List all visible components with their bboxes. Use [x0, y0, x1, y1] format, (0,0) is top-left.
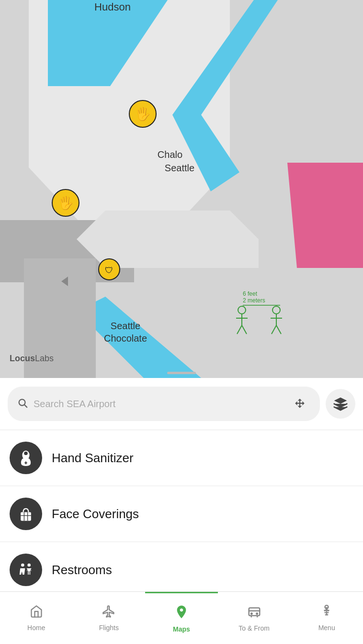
svg-rect-49 — [249, 608, 260, 615]
list-item[interactable]: Restrooms — [0, 542, 363, 598]
restrooms-icon — [10, 554, 42, 586]
svg-text:2 meters: 2 meters — [243, 297, 265, 304]
svg-point-51 — [256, 613, 258, 614]
nav-label-to-from: To & From — [238, 624, 270, 632]
svg-point-56 — [325, 605, 329, 609]
svg-text:Hudson: Hudson — [94, 1, 131, 13]
list-area: Hand Sanitizer Face Coverings — [0, 430, 363, 598]
layers-button[interactable] — [326, 389, 355, 419]
svg-rect-42 — [21, 512, 31, 521]
hand-sanitizer-icon — [10, 442, 42, 474]
nav-label-flights: Flights — [99, 624, 119, 632]
nav-item-flights[interactable]: Flights — [73, 592, 146, 644]
svg-text:6 feet: 6 feet — [243, 290, 258, 297]
restrooms-label: Restrooms — [52, 563, 112, 577]
svg-text:Chocolate: Chocolate — [104, 333, 147, 344]
search-bar-area: Search SEA Airport — [0, 378, 363, 430]
svg-text:🛡: 🛡 — [105, 266, 113, 275]
svg-marker-6 — [287, 163, 363, 268]
home-icon — [30, 605, 43, 622]
nav-label-maps: Maps — [173, 625, 190, 633]
flights-icon — [102, 605, 115, 622]
svg-point-39 — [24, 452, 28, 455]
nav-item-maps[interactable]: Maps — [145, 592, 218, 644]
svg-point-50 — [251, 613, 252, 614]
list-item[interactable]: Face Coverings — [0, 486, 363, 542]
map-area[interactable]: Hudson Chalo Seattle Seattle Chocolate 🖐… — [0, 0, 363, 378]
directions-button[interactable] — [289, 393, 310, 414]
maps-icon — [174, 604, 189, 623]
nav-label-home: Home — [27, 624, 45, 632]
hand-sanitizer-label: Hand Sanitizer — [52, 451, 134, 466]
svg-text:Chalo: Chalo — [158, 149, 182, 160]
svg-point-47 — [27, 564, 31, 567]
nav-item-home[interactable]: Home — [0, 592, 73, 644]
search-icon — [17, 398, 28, 411]
locus-labs-watermark: LocusLabs — [10, 354, 54, 364]
menu-icon — [320, 605, 333, 622]
face-coverings-label: Face Coverings — [52, 507, 139, 522]
svg-text:Seattle: Seattle — [111, 321, 140, 331]
nav-item-to-from[interactable]: To & From — [218, 592, 291, 644]
svg-text:🖐: 🖐 — [135, 106, 151, 122]
list-item[interactable]: Hand Sanitizer — [0, 430, 363, 486]
svg-text:Seattle: Seattle — [165, 163, 194, 173]
nav-item-menu[interactable]: Menu — [290, 592, 363, 644]
nav-label-menu: Menu — [318, 624, 335, 632]
face-coverings-icon — [10, 498, 42, 530]
drag-handle[interactable] — [167, 372, 196, 374]
svg-point-46 — [21, 564, 24, 567]
svg-text:🖐: 🖐 — [58, 195, 74, 211]
bottom-nav: Home Flights Maps To & — [0, 591, 363, 644]
search-bar[interactable]: Search SEA Airport — [8, 387, 320, 421]
svg-line-37 — [24, 405, 27, 407]
search-placeholder[interactable]: Search SEA Airport — [34, 399, 282, 410]
svg-marker-9 — [77, 211, 259, 268]
bus-icon — [247, 604, 261, 622]
